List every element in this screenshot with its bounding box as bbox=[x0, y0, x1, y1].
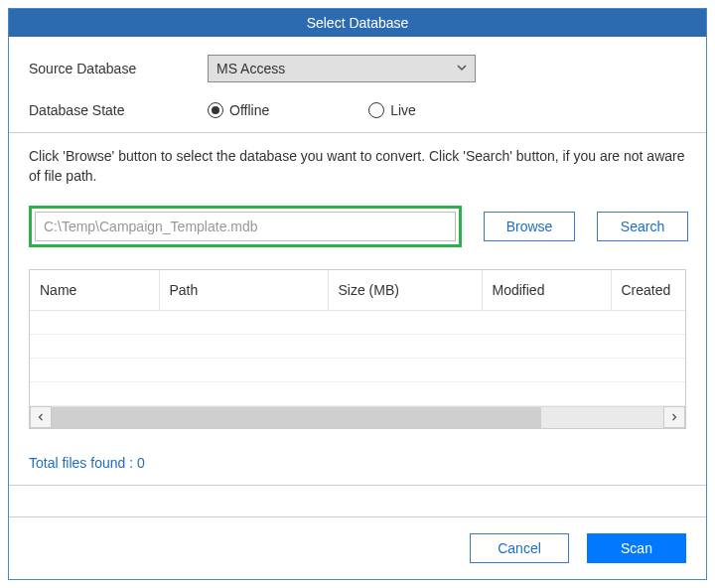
browse-button[interactable]: Browse bbox=[484, 212, 575, 241]
source-database-label: Source Database bbox=[29, 61, 208, 76]
horizontal-scrollbar[interactable] bbox=[30, 406, 685, 428]
titlebar: Select Database bbox=[9, 9, 706, 37]
scroll-track[interactable] bbox=[52, 407, 663, 428]
results-table: Name Path Size (MB) Modified Created bbox=[30, 270, 685, 406]
table-body bbox=[30, 310, 685, 405]
radio-offline-label: Offline bbox=[229, 102, 269, 118]
file-path-input[interactable] bbox=[35, 212, 456, 241]
dialog-footer: Cancel Scan bbox=[9, 516, 706, 579]
database-state-radio-group: Offline Live bbox=[208, 102, 416, 118]
table-row bbox=[30, 334, 685, 358]
scroll-left-button[interactable] bbox=[30, 406, 52, 428]
table-header-row: Name Path Size (MB) Modified Created bbox=[30, 270, 685, 310]
radio-offline[interactable]: Offline bbox=[208, 102, 269, 118]
col-path[interactable]: Path bbox=[159, 270, 328, 310]
scroll-right-button[interactable] bbox=[663, 406, 685, 428]
source-database-select[interactable]: MS Access bbox=[208, 55, 476, 82]
scroll-thumb[interactable] bbox=[52, 407, 541, 428]
radio-unchecked-icon bbox=[368, 102, 384, 118]
search-button[interactable]: Search bbox=[597, 212, 688, 241]
database-state-label: Database State bbox=[29, 102, 208, 118]
source-database-value: MS Access bbox=[216, 61, 285, 76]
radio-live-label: Live bbox=[390, 102, 416, 118]
total-files-label: Total files found : 0 bbox=[9, 439, 706, 485]
radio-checked-icon bbox=[208, 102, 223, 118]
results-table-container: Name Path Size (MB) Modified Created bbox=[29, 269, 686, 429]
source-section: Source Database MS Access Database State… bbox=[9, 37, 706, 132]
col-modified[interactable]: Modified bbox=[482, 270, 611, 310]
instruction-text: Click 'Browse' button to select the data… bbox=[29, 147, 686, 186]
divider bbox=[9, 485, 706, 486]
cancel-button[interactable]: Cancel bbox=[470, 533, 569, 563]
select-database-dialog: Select Database Source Database MS Acces… bbox=[8, 8, 707, 580]
col-name[interactable]: Name bbox=[30, 270, 159, 310]
path-highlight-box bbox=[29, 206, 462, 247]
table-row bbox=[30, 310, 685, 334]
scan-button[interactable]: Scan bbox=[587, 533, 686, 563]
radio-live[interactable]: Live bbox=[368, 102, 416, 118]
col-size[interactable]: Size (MB) bbox=[328, 270, 482, 310]
table-row bbox=[30, 381, 685, 405]
col-created[interactable]: Created bbox=[611, 270, 685, 310]
main-section: Click 'Browse' button to select the data… bbox=[9, 133, 706, 439]
table-row bbox=[30, 358, 685, 381]
dialog-title: Select Database bbox=[307, 15, 409, 31]
